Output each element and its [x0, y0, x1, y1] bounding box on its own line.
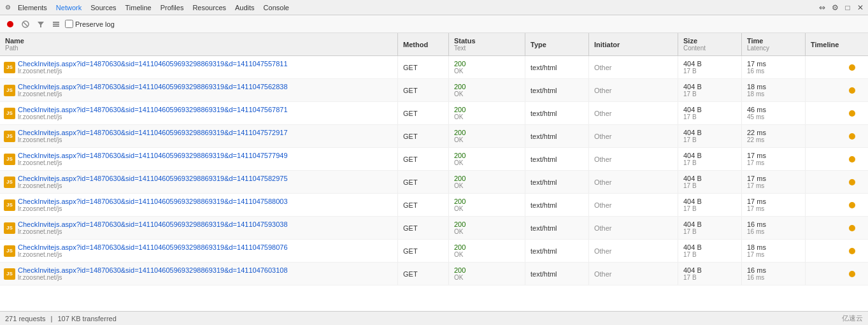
- cell-time-sub-7: 16 ms: [747, 228, 800, 235]
- cell-method-2: GET: [398, 102, 449, 124]
- view-button[interactable]: [50, 18, 62, 31]
- cell-status-code-7: 200: [454, 220, 520, 228]
- menu-item-console[interactable]: Console: [260, 3, 293, 13]
- cell-status-code-4: 200: [454, 152, 520, 159]
- cell-size-6: 404 B 17 B: [678, 194, 742, 216]
- cell-time-4: 17 ms 17 ms: [742, 148, 806, 170]
- cell-time-2: 46 ms 45 ms: [742, 102, 806, 124]
- cell-time-main-1: 18 ms: [747, 83, 800, 90]
- cell-type-5: text/html: [525, 171, 589, 193]
- timeline-dot-0: [849, 64, 855, 71]
- table-row[interactable]: JS CheckInvitejs.aspx?id=14870630&sid=14…: [0, 194, 868, 217]
- col-header-name[interactable]: Name Path: [0, 33, 398, 55]
- network-toolbar: Preserve log: [0, 15, 868, 33]
- menu-item-elements[interactable]: Elements: [14, 3, 51, 13]
- status-bar: 271 requests | 107 KB transferred 亿速云: [0, 311, 868, 325]
- cell-name-main-4[interactable]: CheckInvitejs.aspx?id=14870630&sid=14110…: [18, 152, 392, 159]
- cell-size-main-0: 404 B: [683, 60, 736, 68]
- table-row[interactable]: JS CheckInvitejs.aspx?id=14870630&sid=14…: [0, 125, 868, 148]
- request-count: 271 requests: [5, 315, 46, 322]
- menu-item-network[interactable]: Network: [52, 3, 85, 13]
- cell-name-5: JS CheckInvitejs.aspx?id=14870630&sid=14…: [0, 171, 398, 193]
- cell-status-code-0: 200: [454, 60, 520, 68]
- cell-time-8: 18 ms 17 ms: [742, 240, 806, 262]
- cell-name-main-2[interactable]: CheckInvitejs.aspx?id=14870630&sid=14110…: [18, 106, 392, 113]
- cell-status-text-3: OK: [454, 136, 520, 143]
- cell-name-3: JS CheckInvitejs.aspx?id=14870630&sid=14…: [0, 125, 398, 147]
- col-header-size[interactable]: Size Content: [678, 33, 742, 55]
- menu-item-sources[interactable]: Sources: [87, 3, 120, 13]
- cell-method-7: GET: [398, 217, 449, 239]
- cell-size-sub-0: 17 B: [683, 68, 736, 75]
- cell-status-4: 200 OK: [449, 148, 525, 170]
- cell-time-main-3: 22 ms: [747, 129, 800, 136]
- filter-button[interactable]: [34, 18, 47, 31]
- file-icon-9: JS: [4, 268, 15, 280]
- cell-size-3: 404 B 17 B: [678, 125, 742, 147]
- cell-timeline-9: [806, 263, 868, 285]
- cell-name-main-6[interactable]: CheckInvitejs.aspx?id=14870630&sid=14110…: [18, 198, 392, 205]
- col-header-timeline[interactable]: Timeline: [806, 33, 868, 55]
- cell-name-main-1[interactable]: CheckInvitejs.aspx?id=14870630&sid=14110…: [18, 83, 392, 90]
- cell-time-sub-0: 16 ms: [747, 68, 800, 75]
- cell-time-sub-2: 45 ms: [747, 113, 800, 120]
- status-right: 亿速云: [842, 314, 863, 323]
- cell-name-main-0[interactable]: CheckInvitejs.aspx?id=14870630&sid=14110…: [18, 60, 392, 68]
- clear-button[interactable]: [19, 18, 32, 31]
- cell-status-text-7: OK: [454, 228, 520, 235]
- table-row[interactable]: JS CheckInvitejs.aspx?id=14870630&sid=14…: [0, 240, 868, 263]
- cell-time-3: 22 ms 22 ms: [742, 125, 806, 147]
- menu-item-profiles[interactable]: Profiles: [157, 3, 188, 13]
- timeline-dot-4: [849, 156, 855, 162]
- cell-time-7: 16 ms 16 ms: [742, 217, 806, 239]
- cell-status-2: 200 OK: [449, 102, 525, 124]
- preserve-log-checkbox[interactable]: [65, 20, 73, 28]
- col-header-initiator[interactable]: Initiator: [589, 33, 678, 55]
- table-row[interactable]: JS CheckInvitejs.aspx?id=14870630&sid=14…: [0, 79, 868, 102]
- record-button[interactable]: [4, 18, 17, 31]
- expand-icon[interactable]: ⇔: [817, 3, 827, 13]
- cell-name-main-7[interactable]: CheckInvitejs.aspx?id=14870630&sid=14110…: [18, 220, 392, 228]
- col-header-time[interactable]: Time Latency: [742, 33, 806, 55]
- cell-name-main-8[interactable]: CheckInvitejs.aspx?id=14870630&sid=14110…: [18, 243, 392, 251]
- svg-rect-4: [53, 22, 59, 23]
- cell-name-main-9[interactable]: CheckInvitejs.aspx?id=14870630&sid=14110…: [18, 266, 392, 274]
- cell-name-main-5[interactable]: CheckInvitejs.aspx?id=14870630&sid=14110…: [18, 175, 392, 182]
- close-devtools-icon[interactable]: ✕: [855, 3, 865, 13]
- menu-item-resources[interactable]: Resources: [189, 3, 230, 13]
- cell-size-2: 404 B 17 B: [678, 102, 742, 124]
- cell-time-sub-5: 17 ms: [747, 182, 800, 189]
- menu-item-audits[interactable]: Audits: [231, 3, 259, 13]
- cell-name-sub-6: lr.zoosnet.net/js: [18, 205, 392, 212]
- settings-icon[interactable]: ⚙: [830, 3, 840, 13]
- cell-name-main-3[interactable]: CheckInvitejs.aspx?id=14870630&sid=14110…: [18, 129, 392, 136]
- menu-item-timeline[interactable]: Timeline: [122, 3, 155, 13]
- cell-status-7: 200 OK: [449, 217, 525, 239]
- table-row[interactable]: JS CheckInvitejs.aspx?id=14870630&sid=14…: [0, 102, 868, 125]
- cell-type-6: text/html: [525, 194, 589, 216]
- table-row[interactable]: JS CheckInvitejs.aspx?id=14870630&sid=14…: [0, 217, 868, 240]
- cell-size-4: 404 B 17 B: [678, 148, 742, 170]
- file-icon-4: JS: [4, 154, 15, 165]
- cell-method-3: GET: [398, 125, 449, 147]
- cell-initiator-1: Other: [589, 79, 678, 101]
- dock-icon[interactable]: □: [843, 3, 853, 13]
- col-header-status[interactable]: Status Text: [449, 33, 525, 55]
- cell-status-text-2: OK: [454, 113, 520, 120]
- preserve-log-label[interactable]: Preserve log: [65, 20, 115, 28]
- table-row[interactable]: JS CheckInvitejs.aspx?id=14870630&sid=14…: [0, 148, 868, 171]
- cell-size-main-9: 404 B: [683, 266, 736, 274]
- table-row[interactable]: JS CheckInvitejs.aspx?id=14870630&sid=14…: [0, 56, 868, 79]
- cell-status-8: 200 OK: [449, 240, 525, 262]
- cell-size-sub-6: 17 B: [683, 205, 736, 212]
- cell-name-sub-2: lr.zoosnet.net/js: [18, 113, 392, 120]
- col-header-type[interactable]: Type: [525, 33, 589, 55]
- devtools-icon[interactable]: ⚙: [3, 3, 13, 13]
- col-header-method[interactable]: Method: [398, 33, 449, 55]
- timeline-dot-1: [849, 87, 855, 94]
- table-row[interactable]: JS CheckInvitejs.aspx?id=14870630&sid=14…: [0, 263, 868, 285]
- table-row[interactable]: JS CheckInvitejs.aspx?id=14870630&sid=14…: [0, 171, 868, 194]
- cell-timeline-4: [806, 148, 868, 170]
- cell-size-main-6: 404 B: [683, 198, 736, 205]
- cell-method-8: GET: [398, 240, 449, 262]
